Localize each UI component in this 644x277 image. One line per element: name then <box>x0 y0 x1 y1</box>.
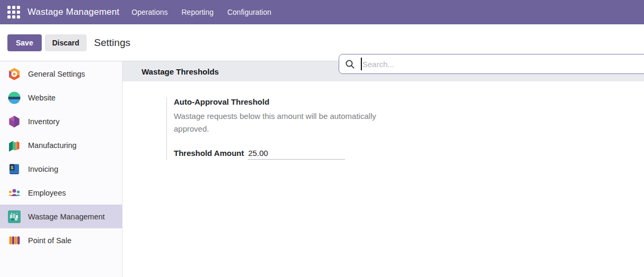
setting-description: Wastage requests below this amount will … <box>174 110 389 135</box>
sidebar-item-inventory[interactable]: Inventory <box>0 109 122 133</box>
invoicing-icon: $ <box>7 162 21 176</box>
apps-grid-icon[interactable] <box>7 6 20 19</box>
sidebar-item-label: Manufacturing <box>28 141 77 150</box>
text-cursor <box>361 58 362 70</box>
sidebar-item-general-settings[interactable]: General Settings <box>0 62 122 86</box>
settings-page: Wastage Management Operations Reporting … <box>0 0 644 277</box>
nav-item-reporting[interactable]: Reporting <box>175 0 221 24</box>
threshold-field-row: Threshold Amount <box>174 149 399 160</box>
svg-text:$: $ <box>11 164 13 170</box>
sidebar-item-label: Wastage Management <box>28 213 105 221</box>
sidebar-item-label: Inventory <box>28 117 60 126</box>
sidebar-item-label: General Settings <box>28 70 85 78</box>
control-panel: Save Discard Settings <box>0 24 644 61</box>
app-title[interactable]: Wastage Management <box>27 7 119 17</box>
nav-menu: Operations Reporting Configuration <box>125 0 278 24</box>
nav-item-operations[interactable]: Operations <box>125 0 174 24</box>
search-icon <box>345 59 355 69</box>
settings-sidebar: General Settings Website <box>0 61 123 277</box>
point-of-sale-icon <box>7 234 21 247</box>
sidebar-item-label: Employees <box>28 189 66 197</box>
employees-icon <box>7 186 21 200</box>
sidebar-item-label: Point of Sale <box>28 236 71 245</box>
general-settings-icon <box>7 67 21 81</box>
setting-box-auto-approval: Auto-Approval Threshold Wastage requests… <box>166 97 399 160</box>
sidebar-item-manufacturing[interactable]: Manufacturing <box>0 133 122 157</box>
website-icon <box>7 91 21 105</box>
top-navbar: Wastage Management Operations Reporting … <box>0 0 644 24</box>
search-box[interactable] <box>339 54 644 74</box>
main-area: General Settings Website <box>0 61 644 277</box>
inventory-icon <box>7 115 21 128</box>
sidebar-item-invoicing[interactable]: $ Invoicing <box>0 157 122 181</box>
nav-item-configuration[interactable]: Configuration <box>220 0 278 24</box>
sidebar-item-point-of-sale[interactable]: Point of Sale <box>0 228 122 252</box>
sidebar-item-label: Website <box>28 94 55 102</box>
save-button[interactable]: Save <box>7 34 42 51</box>
settings-content: Wastage Thresholds Auto-Approval Thresho… <box>123 61 644 277</box>
wastage-management-icon <box>7 210 21 224</box>
setting-title: Auto-Approval Threshold <box>174 97 399 106</box>
manufacturing-icon <box>7 138 21 152</box>
discard-button[interactable]: Discard <box>45 34 87 51</box>
threshold-amount-input[interactable] <box>248 149 345 160</box>
sidebar-item-website[interactable]: Website <box>0 86 122 109</box>
threshold-amount-label: Threshold Amount <box>174 149 244 158</box>
sidebar-item-employees[interactable]: Employees <box>0 181 122 205</box>
sidebar-item-label: Invoicing <box>28 165 58 173</box>
page-title: Settings <box>94 37 130 49</box>
search-input[interactable] <box>362 60 644 69</box>
sidebar-item-wastage-management[interactable]: Wastage Management <box>0 205 122 228</box>
